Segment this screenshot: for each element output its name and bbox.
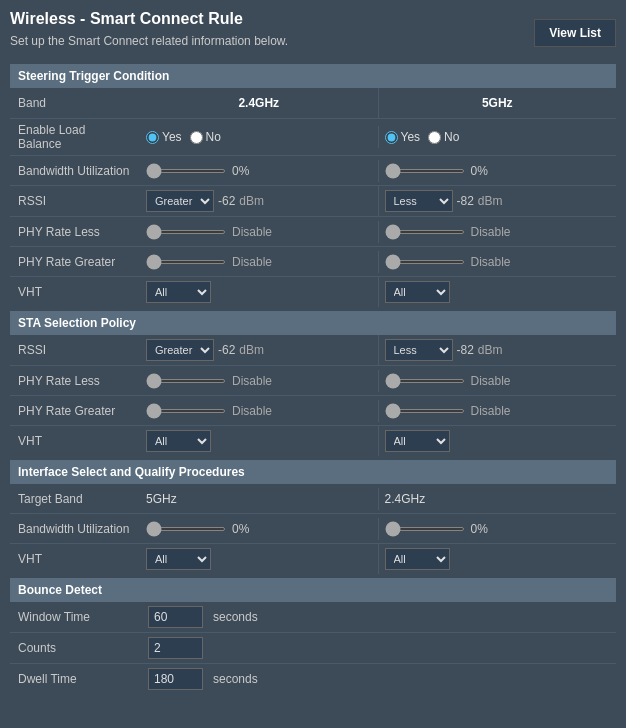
rssi-sta-cell-1: GreaterLess -62 dBm xyxy=(146,339,264,361)
target-band-row: Target Band 5GHz 2.4GHz xyxy=(10,484,616,514)
vht-sta-col2: AllNoneVHT20VHT40VHT80 xyxy=(378,426,617,456)
load-no-label-2[interactable]: No xyxy=(428,130,459,144)
phy-less-col1: Disable xyxy=(140,221,378,243)
phy-less-sta-col1: Disable xyxy=(140,370,378,392)
sta-selection-section: STA Selection Policy RSSI GreaterLess -6… xyxy=(10,311,616,456)
phy-greater-label-sta: PHY Rate Greater xyxy=(10,400,140,422)
vht-sta-select-2[interactable]: AllNoneVHT20VHT40VHT80 xyxy=(385,430,450,452)
rssi-condition-select-1[interactable]: Greater Less xyxy=(146,190,214,212)
vht-cols-steering: AllNoneVHT20VHT40VHT80 AllNoneVHT20VHT40… xyxy=(140,277,616,307)
load-no-radio-2[interactable] xyxy=(428,131,441,144)
band-24-label: 2.4GHz xyxy=(140,88,378,118)
bw-slider-wrap-2: 0% xyxy=(385,164,499,178)
target-band-col2: 2.4GHz xyxy=(378,488,617,510)
window-time-label: Window Time xyxy=(10,606,140,628)
phy-greater-sta-slider-1[interactable] xyxy=(146,409,226,413)
vht-row-steering: VHT AllNoneVHT20VHT40VHT80 AllNoneVHT20V… xyxy=(10,277,616,307)
load-yes-radio-2[interactable] xyxy=(385,131,398,144)
window-time-input[interactable] xyxy=(148,606,203,628)
header-row: Wireless - Smart Connect Rule Set up the… xyxy=(10,10,616,56)
target-band-cols: 5GHz 2.4GHz xyxy=(140,488,616,510)
bw-slider-1[interactable] xyxy=(146,169,226,173)
phy-less-sta-slider-1[interactable] xyxy=(146,379,226,383)
load-yes-label-2[interactable]: Yes xyxy=(385,130,421,144)
phy-greater-cols-steering: Disable Disable xyxy=(140,251,616,273)
load-no-radio-1[interactable] xyxy=(190,131,203,144)
load-yes-radio-1[interactable] xyxy=(146,131,159,144)
bw-slider-wrap-1: 0% xyxy=(146,164,260,178)
rssi-sta-condition-select-2[interactable]: GreaterLess xyxy=(385,339,453,361)
vht-sta-col1: AllNoneVHT20VHT40VHT80 xyxy=(140,426,378,456)
bw-util-label: Bandwidth Utilization xyxy=(10,160,140,182)
vht-cols-interface: AllNoneVHT20VHT40VHT80 AllNoneVHT20VHT40… xyxy=(140,544,616,574)
band-row: Band 2.4GHz 5GHz xyxy=(10,88,616,119)
phy-less-col2: Disable xyxy=(378,221,617,243)
load-balance-col2: Yes No xyxy=(378,126,617,148)
interface-section: Interface Select and Qualify Procedures … xyxy=(10,460,616,574)
phy-greater-sta-col2: Disable xyxy=(378,400,617,422)
target-band-label: Target Band xyxy=(10,488,140,510)
vht-select-1[interactable]: AllNoneVHT20VHT40VHT80 xyxy=(146,281,211,303)
rssi-cols-steering: Greater Less -62 dBm Greater Less xyxy=(140,186,616,216)
dwell-time-col: seconds xyxy=(140,664,616,694)
rssi-cell-1: Greater Less -62 dBm xyxy=(146,190,264,212)
rssi-cols-sta: GreaterLess -62 dBm GreaterLess -82 xyxy=(140,335,616,365)
steering-header: Steering Trigger Condition xyxy=(10,64,616,88)
rssi-row-steering: RSSI Greater Less -62 dBm xyxy=(10,186,616,217)
rssi-row-sta: RSSI GreaterLess -62 dBm xyxy=(10,335,616,366)
phy-greater-slider-2[interactable] xyxy=(385,260,465,264)
target-band-col1: 5GHz xyxy=(140,488,378,510)
vht-interface-select-2[interactable]: AllNoneVHT20VHT40VHT80 xyxy=(385,548,450,570)
vht-col2-steering: AllNoneVHT20VHT40VHT80 xyxy=(378,277,617,307)
rssi-label-steering: RSSI xyxy=(10,190,140,212)
steering-trigger-section: Steering Trigger Condition Band 2.4GHz 5… xyxy=(10,64,616,307)
phy-less-label-steering: PHY Rate Less xyxy=(10,221,140,243)
bounce-detect-section: Bounce Detect Window Time seconds Counts… xyxy=(10,578,616,694)
dwell-time-row: Dwell Time seconds xyxy=(10,664,616,694)
phy-greater-slider-wrap-2: Disable xyxy=(385,255,511,269)
band-label: Band xyxy=(10,92,140,114)
load-balance-col1: Yes No xyxy=(140,126,378,148)
vht-select-wrap-2: AllNoneVHT20VHT40VHT80 xyxy=(385,281,450,303)
vht-label-interface: VHT xyxy=(10,548,140,570)
phy-greater-sta-col1: Disable xyxy=(140,400,378,422)
counts-input[interactable] xyxy=(148,637,203,659)
load-yes-label-1[interactable]: Yes xyxy=(146,130,182,144)
phy-less-slider-wrap-1: Disable xyxy=(146,225,272,239)
bw-interface-slider-2[interactable] xyxy=(385,527,465,531)
vht-col1-steering: AllNoneVHT20VHT40VHT80 xyxy=(140,277,378,307)
rssi-condition-select-2[interactable]: Greater Less xyxy=(385,190,453,212)
rssi-sta-condition-select-1[interactable]: GreaterLess xyxy=(146,339,214,361)
phy-less-cols-steering: Disable Disable xyxy=(140,221,616,243)
vht-interface-select-1[interactable]: AllNoneVHT20VHT40VHT80 xyxy=(146,548,211,570)
bw-interface-slider-1[interactable] xyxy=(146,527,226,531)
load-no-label-1[interactable]: No xyxy=(190,130,221,144)
bw-util-cols: 0% 0% xyxy=(140,160,616,182)
vht-cols-sta: AllNoneVHT20VHT40VHT80 AllNoneVHT20VHT40… xyxy=(140,426,616,456)
window-time-col: seconds xyxy=(140,602,616,632)
phy-greater-slider-1[interactable] xyxy=(146,260,226,264)
phy-greater-sta-slider-2[interactable] xyxy=(385,409,465,413)
window-time-row: Window Time seconds xyxy=(10,602,616,633)
phy-less-cols-sta: Disable Disable xyxy=(140,370,616,392)
vht-select-wrap-1: AllNoneVHT20VHT40VHT80 xyxy=(146,281,211,303)
load-balance-radio-group-1: Yes No xyxy=(146,130,221,144)
bw-slider-2[interactable] xyxy=(385,169,465,173)
vht-select-2[interactable]: AllNoneVHT20VHT40VHT80 xyxy=(385,281,450,303)
load-balance-label: Enable Load Balance xyxy=(10,119,140,155)
phy-less-row-sta: PHY Rate Less Disable Disable xyxy=(10,366,616,396)
dwell-time-input[interactable] xyxy=(148,668,203,690)
vht-interface-col1: AllNoneVHT20VHT40VHT80 xyxy=(140,544,378,574)
page-wrapper: Wireless - Smart Connect Rule Set up the… xyxy=(0,0,626,728)
bw-util-label-interface: Bandwidth Utilization xyxy=(10,518,140,540)
phy-less-label-sta: PHY Rate Less xyxy=(10,370,140,392)
phy-less-sta-slider-2[interactable] xyxy=(385,379,465,383)
rssi-sta-col1: GreaterLess -62 dBm xyxy=(140,335,378,365)
vht-sta-select-1[interactable]: AllNoneVHT20VHT40VHT80 xyxy=(146,430,211,452)
phy-greater-col2: Disable xyxy=(378,251,617,273)
view-list-button[interactable]: View List xyxy=(534,19,616,47)
phy-less-slider-1[interactable] xyxy=(146,230,226,234)
rssi-label-sta: RSSI xyxy=(10,339,140,361)
phy-greater-row-sta: PHY Rate Greater Disable Disable xyxy=(10,396,616,426)
phy-less-slider-2[interactable] xyxy=(385,230,465,234)
